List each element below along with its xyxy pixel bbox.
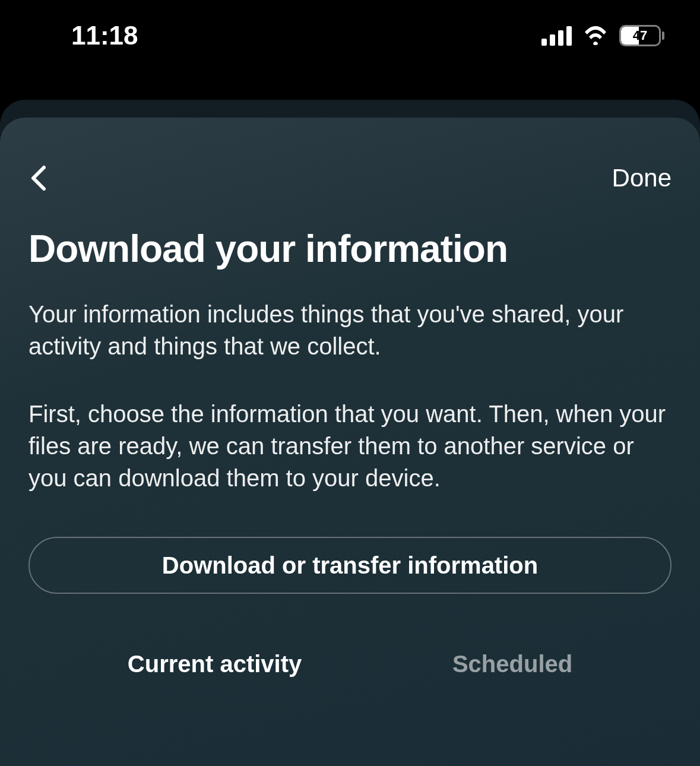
modal-sheet: Done Download your information Your info… [0, 118, 700, 766]
tab-bar: Current activity Scheduled [28, 641, 672, 687]
wifi-icon [582, 26, 609, 45]
battery-level: 47 [621, 27, 659, 45]
tab-current-activity[interactable]: Current activity [113, 641, 316, 687]
battery-icon: 47 [619, 25, 664, 46]
tab-scheduled[interactable]: Scheduled [438, 641, 587, 687]
done-button[interactable]: Done [612, 164, 672, 192]
description-paragraph-2: First, choose the information that you w… [28, 398, 672, 494]
status-indicators: 47 [541, 25, 664, 46]
download-transfer-button[interactable]: Download or transfer information [28, 537, 672, 594]
page-title: Download your information [28, 228, 672, 270]
back-button[interactable] [28, 164, 50, 192]
cellular-signal-icon [541, 26, 572, 46]
description-paragraph-1: Your information includes things that yo… [28, 298, 672, 362]
status-bar: 11:18 47 [0, 0, 700, 95]
status-time: 11:18 [71, 21, 138, 50]
nav-bar: Done [28, 146, 672, 192]
